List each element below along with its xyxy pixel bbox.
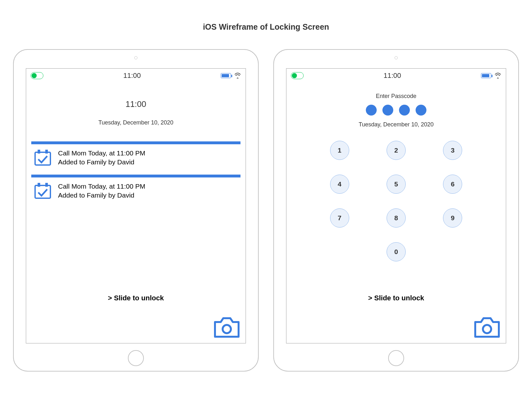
passcode-dot-icon [399,105,410,116]
notification-list: Call Mom Today, at 11:00 PM Added to Fam… [26,141,246,200]
svg-point-7 [483,325,491,333]
status-bar: 11:00 [286,69,506,83]
svg-rect-5 [45,183,48,187]
device-row: 11:00 11:00 Tuesday, December 10, 2020 [10,49,522,372]
notification-line2: Added to Family by David [58,158,145,167]
notification-line1: Call Mom Today, at 11:00 PM [58,182,145,191]
svg-rect-2 [45,150,48,154]
slide-to-unlock[interactable]: > Slide to unlock [26,294,246,302]
key-6[interactable]: 6 [443,175,462,194]
notification-line1: Call Mom Today, at 11:00 PM [58,149,145,158]
battery-icon [221,73,231,78]
svg-rect-4 [38,183,40,187]
passcode-dot-icon [416,105,426,116]
toggle-icon[interactable] [31,72,43,79]
ipad-passcode: 11:00 Enter Passcode Tuesday, December 1… [273,49,519,372]
key-7[interactable]: 7 [330,208,349,228]
notification-item[interactable]: Call Mom Today, at 11:00 PM Added to Fam… [31,175,240,200]
wifi-icon [494,73,501,79]
key-0[interactable]: 0 [387,242,406,261]
key-9[interactable]: 9 [443,208,462,228]
page-title: iOS Wireframe of Locking Screen [10,22,522,32]
passcode-dots [286,105,506,116]
passcode-header: Enter Passcode Tuesday, December 10, 202… [286,93,506,128]
key-1[interactable]: 1 [330,141,349,160]
wifi-icon [234,73,241,79]
device-camera-icon [134,56,137,59]
screen-lock: 11:00 11:00 Tuesday, December 10, 2020 [26,68,246,343]
passcode-prompt: Enter Passcode [286,93,506,100]
keypad: 1 2 3 4 5 6 7 8 9 0 [286,141,506,261]
key-5[interactable]: 5 [387,175,406,194]
passcode-dot-icon [382,105,393,116]
status-time: 11:00 [383,71,401,80]
status-bar: 11:00 [26,69,246,83]
key-3[interactable]: 3 [443,141,462,160]
battery-icon [481,73,491,78]
key-4[interactable]: 4 [330,175,349,194]
svg-point-6 [223,325,231,333]
passcode-dot-icon [366,105,377,116]
notification-line2: Added to Family by David [58,191,145,200]
camera-icon[interactable] [213,316,240,339]
passcode-date: Tuesday, December 10, 2020 [286,121,506,128]
svg-rect-1 [38,150,40,154]
svg-rect-0 [35,152,50,165]
lock-header: 11:00 Tuesday, December 10, 2020 [26,99,246,126]
toggle-icon[interactable] [291,72,304,79]
camera-icon[interactable] [473,316,501,339]
svg-rect-3 [35,185,50,198]
home-button[interactable] [388,350,404,366]
home-button[interactable] [128,350,144,366]
notification-bar-icon [31,175,240,177]
device-camera-icon [395,56,398,59]
notification-bar-icon [31,141,240,144]
notification-item[interactable]: Call Mom Today, at 11:00 PM Added to Fam… [31,141,240,167]
status-time: 11:00 [123,71,141,80]
key-2[interactable]: 2 [387,141,406,160]
ipad-lockscreen: 11:00 11:00 Tuesday, December 10, 2020 [13,49,259,372]
lock-date: Tuesday, December 10, 2020 [26,119,246,126]
key-8[interactable]: 8 [387,208,406,228]
slide-to-unlock[interactable]: > Slide to unlock [286,294,506,302]
calendar-check-icon [34,182,52,199]
lock-time: 11:00 [26,99,246,109]
calendar-check-icon [34,149,52,166]
screen-passcode: 11:00 Enter Passcode Tuesday, December 1… [286,68,506,343]
